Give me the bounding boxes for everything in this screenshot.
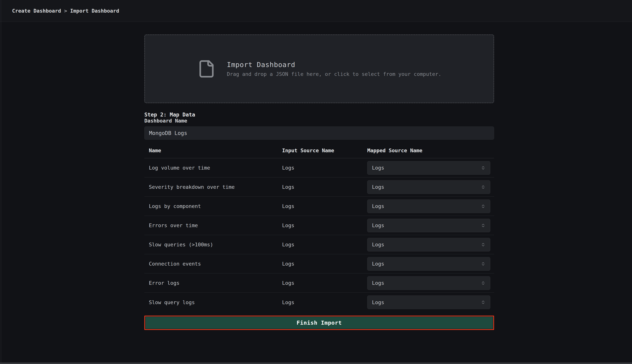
mapped-source-value: Logs <box>372 300 384 305</box>
chevrons-up-down-icon <box>481 242 486 247</box>
dropzone-subtitle: Drag and drop a JSON file here, or click… <box>227 71 441 77</box>
row-name: Errors over time <box>144 222 282 228</box>
chevrons-up-down-icon <box>481 280 486 286</box>
dashboard-name-label: Dashboard Name <box>144 118 187 124</box>
file-dropzone[interactable]: Import Dashboard Drag and drop a JSON fi… <box>144 34 494 103</box>
dropzone-text: Import Dashboard Drag and drop a JSON fi… <box>227 61 441 77</box>
row-name: Logs by component <box>144 203 282 209</box>
table-row: Slow query logs Logs Logs <box>144 293 494 312</box>
dashboard-name-input[interactable] <box>144 126 494 140</box>
mapped-source-value: Logs <box>372 165 384 171</box>
table-row: Log volume over time Logs Logs <box>144 158 494 178</box>
breadcrumb-separator: > <box>64 8 67 14</box>
table-row: Errors over time Logs Logs <box>144 216 494 235</box>
chevrons-up-down-icon <box>481 166 486 170</box>
mapping-table-body: Log volume over time Logs Logs Severity … <box>144 158 494 312</box>
table-row: Slow queries (>100ms) Logs Logs <box>144 235 494 254</box>
row-input-source: Logs <box>282 222 367 228</box>
chevrons-up-down-icon <box>481 204 486 209</box>
breadcrumb-import-dashboard: Import Dashboard <box>70 8 119 14</box>
breadcrumb: Create Dashboard > Import Dashboard <box>12 8 119 14</box>
row-input-source: Logs <box>282 261 367 267</box>
window-bottom-edge <box>0 362 632 364</box>
mapped-source-value: Logs <box>372 242 384 248</box>
row-name: Slow query logs <box>144 300 282 305</box>
row-name: Error logs <box>144 280 282 286</box>
mapped-source-value: Logs <box>372 222 384 228</box>
mapped-source-select[interactable]: Logs <box>367 161 490 175</box>
header-name: Name <box>144 148 282 154</box>
row-name: Severity breakdown over time <box>144 184 282 190</box>
row-input-source: Logs <box>282 184 367 190</box>
row-name: Slow queries (>100ms) <box>144 242 282 248</box>
chevrons-up-down-icon <box>481 185 486 190</box>
finish-import-button[interactable]: Finish Import <box>144 316 494 330</box>
step-heading: Step 2: Map Data <box>144 112 494 118</box>
row-input-source: Logs <box>282 203 367 209</box>
left-edge-divider <box>1 0 1 362</box>
file-icon <box>197 60 216 78</box>
header-mapped-source-name: Mapped Source Name <box>367 148 494 154</box>
mapped-source-value: Logs <box>372 261 384 267</box>
import-dashboard-panel: Import Dashboard Drag and drop a JSON fi… <box>144 34 494 330</box>
chevrons-up-down-icon <box>481 300 486 305</box>
mapping-table-header: Name Input Source Name Mapped Source Nam… <box>144 143 494 158</box>
mapped-source-select[interactable]: Logs <box>367 200 490 213</box>
mapped-source-select[interactable]: Logs <box>367 296 490 309</box>
table-row: Logs by component Logs Logs <box>144 197 494 216</box>
row-input-source: Logs <box>282 300 367 305</box>
mapped-source-value: Logs <box>372 184 384 190</box>
row-input-source: Logs <box>282 280 367 286</box>
row-name: Connection events <box>144 261 282 267</box>
mapped-source-select[interactable]: Logs <box>367 180 490 194</box>
breadcrumb-create-dashboard[interactable]: Create Dashboard <box>12 8 61 14</box>
mapped-source-select[interactable]: Logs <box>367 238 490 252</box>
top-bar: Create Dashboard > Import Dashboard <box>0 0 632 22</box>
mapped-source-value: Logs <box>372 280 384 286</box>
row-input-source: Logs <box>282 242 367 248</box>
mapped-source-select[interactable]: Logs <box>367 276 490 290</box>
table-row: Error logs Logs Logs <box>144 274 494 293</box>
header-input-source-name: Input Source Name <box>282 148 367 154</box>
chevrons-up-down-icon <box>481 262 486 266</box>
mapping-table: Name Input Source Name Mapped Source Nam… <box>144 143 494 312</box>
mapped-source-select[interactable]: Logs <box>367 257 490 271</box>
mapped-source-select[interactable]: Logs <box>367 219 490 232</box>
table-row: Connection events Logs Logs <box>144 254 494 274</box>
row-input-source: Logs <box>282 165 367 171</box>
table-row: Severity breakdown over time Logs Logs <box>144 178 494 197</box>
chevrons-up-down-icon <box>481 223 486 228</box>
row-name: Log volume over time <box>144 165 282 171</box>
dropzone-title: Import Dashboard <box>227 61 441 68</box>
mapped-source-value: Logs <box>372 203 384 209</box>
